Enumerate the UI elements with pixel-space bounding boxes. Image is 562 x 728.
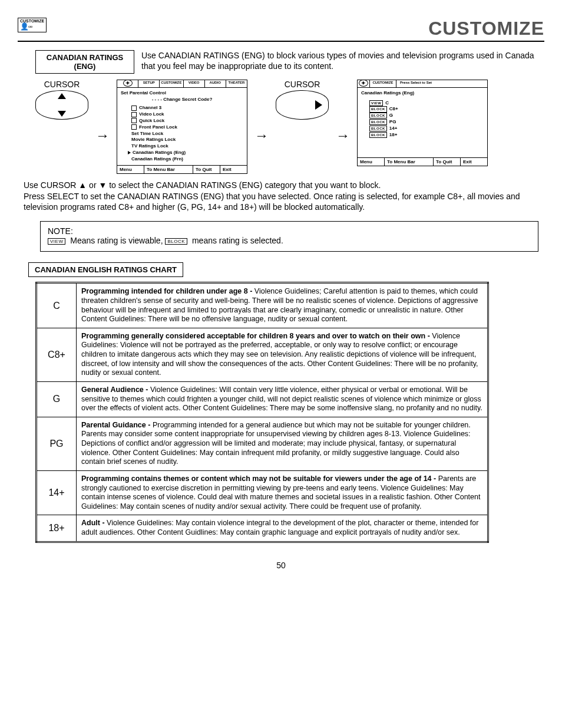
page-header: CUSTOMIZE 👤▫▫ CUSTOMIZE <box>18 18 544 42</box>
osd1-item: Channel 3 <box>139 105 161 110</box>
osd-footer-bar: To Menu Bar <box>144 166 193 173</box>
intro-row: CANADIAN RATINGS (ENG) Use CANADIAN RATI… <box>35 50 544 74</box>
osd1-item: Canadian Ratings (Frn) <box>121 156 243 163</box>
body-line1: Use CURSOR ▲ or ▼ to select the CANADIAN… <box>24 180 381 190</box>
cursor-pad-up-down <box>35 90 88 120</box>
customize-logo: CUSTOMIZE 👤▫▫ <box>18 18 47 32</box>
checkbox-icon <box>131 112 137 117</box>
logo-icons: 👤▫▫ <box>20 22 32 31</box>
osd1-tabs: ✦ SETUP CUSTOMIZE VIDEO AUDIO THEATER <box>117 80 247 88</box>
osd-footer-exit: Exit <box>220 166 247 173</box>
diagram-row: CURSOR → ✦ SETUP CUSTOMIZE VIDEO AUDIO T… <box>35 80 544 174</box>
osd-footer-bar: To Menu Bar <box>385 158 434 166</box>
osd1-item: Front Panel Lock <box>139 124 177 130</box>
checkbox-icon <box>131 106 137 111</box>
checkbox-icon <box>131 118 137 123</box>
osd1-subtitle: - - - - Change Secret Code? <box>121 97 243 103</box>
chart-heading: CANADIAN ENGLISH RATINGS CHART <box>28 262 183 277</box>
triangle-up-icon <box>58 93 66 99</box>
osd1-item: Movie Ratings Lock <box>121 137 243 143</box>
rating-code: C8+ <box>37 328 77 381</box>
osd2-tab: CUSTOMIZE <box>370 80 396 87</box>
osd1-item: TV Ratings Lock <box>121 143 243 150</box>
osd-canadian-ratings: ✦ CUSTOMIZE Press Select to Set Canadian… <box>357 80 488 166</box>
osd1-title: Set Parental Control <box>121 90 243 97</box>
osd1-item: Video Lock <box>139 111 164 117</box>
rating-label: G <box>389 113 393 118</box>
arrow-right-icon: → <box>95 127 110 144</box>
table-row: C8+Programming generally considered acce… <box>37 328 488 381</box>
block-tag: BLOCK <box>369 113 387 118</box>
table-row: 18+Adult - Violence Guidelines: May cont… <box>37 515 488 542</box>
osd2-tab: Press Select to Set <box>396 80 487 87</box>
table-row: 14+Programming contains themes or conten… <box>37 470 488 515</box>
page-number: 50 <box>18 561 544 570</box>
body-paragraphs: Use CURSOR ▲ or ▼ to select the CANADIAN… <box>24 180 544 213</box>
osd-footer-quit: To Quit <box>193 166 220 173</box>
ratings-chart-table: CProgramming intended for children under… <box>35 282 489 542</box>
rating-code: 14+ <box>37 470 77 515</box>
cursor-updown: CURSOR <box>35 80 88 120</box>
osd2-tabs: ✦ CUSTOMIZE Press Select to Set <box>358 80 487 88</box>
rating-description: Programming contains themes or content w… <box>77 470 488 515</box>
checkbox-icon <box>131 124 137 130</box>
osd2-tab: ✦ <box>358 80 370 87</box>
table-row: CProgramming intended for children under… <box>37 283 488 328</box>
osd2-body: Canadian Ratings (Eng) VIEWC BLOCKC8+ BL… <box>358 88 487 157</box>
cursor-pad-right <box>276 90 329 120</box>
osd-footer-menu: Menu <box>117 166 144 173</box>
table-row: PGParental Guidance - Programming intend… <box>37 417 488 470</box>
pointer-icon <box>128 151 131 154</box>
section-label-box: CANADIAN RATINGS (ENG) <box>35 50 134 74</box>
rating-label: 14+ <box>389 126 398 131</box>
rating-label: C8+ <box>389 106 398 111</box>
osd1-tab: SETUP <box>138 80 160 87</box>
osd2-title: Canadian Ratings (Eng) <box>361 90 484 97</box>
triangle-down-icon <box>58 111 66 117</box>
section-line1: CANADIAN RATINGS <box>47 53 123 62</box>
rating-label: 18+ <box>389 132 398 137</box>
arrow-right-icon: → <box>336 127 350 144</box>
note-text: means rating is selected. <box>190 236 283 245</box>
body-line2: Press SELECT to set the CANADIAN RATINGS… <box>24 192 520 212</box>
osd1-tab: VIDEO <box>184 80 205 87</box>
table-row: GGeneral Audience - Violence Guidelines:… <box>37 381 488 417</box>
osd1-body: Set Parental Control - - - - Change Secr… <box>117 88 247 165</box>
arrow-right-icon: → <box>254 127 269 144</box>
osd1-tab: CUSTOMIZE <box>160 80 183 87</box>
osd1-tab: AUDIO <box>205 80 226 87</box>
osd-footer-menu: Menu <box>358 158 385 166</box>
rating-description: Programming generally considered accepta… <box>77 328 488 381</box>
osd-footer-quit: To Quit <box>434 158 461 166</box>
rating-description: General Audience - Violence Guidelines: … <box>77 381 488 417</box>
block-tag: BLOCK <box>165 238 187 245</box>
osd2-footer: Menu To Menu Bar To Quit Exit <box>358 157 487 166</box>
cursor-label: CURSOR <box>35 80 88 89</box>
block-tag: BLOCK <box>369 132 387 138</box>
osd1-tab: THEATER <box>226 80 247 87</box>
rating-code: 18+ <box>37 515 77 542</box>
triangle-right-icon <box>315 100 322 110</box>
block-tag: BLOCK <box>369 126 387 131</box>
osd1-item-selected: Canadian Ratings (Eng) <box>133 150 186 155</box>
osd-footer-exit: Exit <box>461 158 487 166</box>
rating-code: G <box>37 381 77 417</box>
page-title: CUSTOMIZE <box>428 18 544 39</box>
rating-label: PG <box>389 119 396 124</box>
rating-description: Adult - Violence Guidelines: May contain… <box>77 515 488 542</box>
rating-label: C <box>385 100 389 106</box>
cursor-label: CURSOR <box>276 80 329 89</box>
cursor-right: CURSOR <box>276 80 329 120</box>
note-box: NOTE: VIEW Means rating is viewable, BLO… <box>40 221 538 252</box>
block-tag: BLOCK <box>369 119 387 125</box>
rating-code: C <box>37 283 77 328</box>
osd1-footer: Menu To Menu Bar To Quit Exit <box>117 165 247 173</box>
view-tag: VIEW <box>369 100 383 106</box>
rating-description: Programming intended for children under … <box>77 283 488 328</box>
osd1-item: Quick Lock <box>139 118 164 123</box>
osd1-tab: ✦ <box>117 80 138 87</box>
section-line2: (ENG) <box>74 62 96 71</box>
rating-description: Parental Guidance - Programming intended… <box>77 417 488 470</box>
intro-text: Use CANADIAN RATINGS (ENG) to block vari… <box>141 50 544 74</box>
note-title: NOTE: <box>48 226 73 236</box>
